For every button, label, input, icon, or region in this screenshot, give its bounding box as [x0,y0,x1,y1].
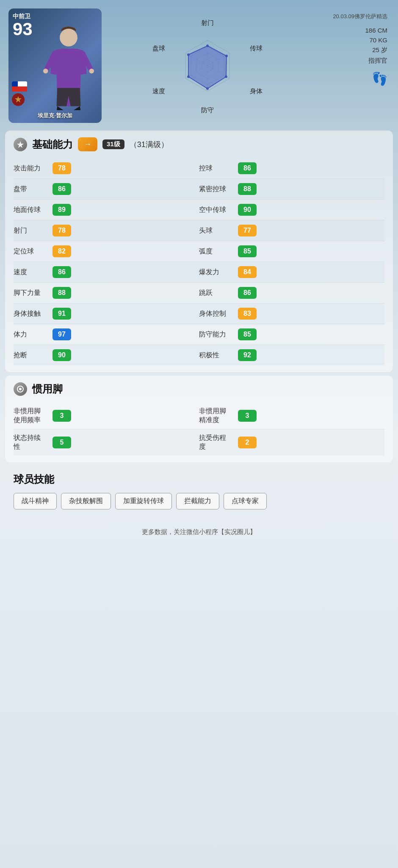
stat-badge-right: 92 [238,349,257,361]
stat-cell-right: 头球 77 [199,225,384,236]
foot-stat-badge-right: 3 [238,410,257,422]
player-card-area: 中前卫 93 [0,0,398,127]
skill-tag: 杂技般解围 [61,493,111,509]
stat-badge-right: 88 [238,183,257,195]
stat-name-left: 体力 [14,330,47,339]
stat-cell-left: 攻击能力 78 [14,162,199,174]
stat-badge-left: 86 [53,183,71,195]
stat-cell-right: 防守能力 85 [199,328,384,340]
stat-cell-right: 空中传球 90 [199,204,384,216]
stat-name-left: 定位球 [14,247,47,256]
svg-point-2 [89,69,94,73]
stat-cell-right: 紧密控球 88 [199,183,384,195]
stat-badge-right: 86 [238,287,257,299]
foot-stats-row: 非惯用脚使用频率 3 非惯用脚精准度 3 [14,403,384,429]
stat-name-left: 盘带 [14,185,47,194]
country-flag [12,81,27,92]
stat-badge-left: 88 [53,287,71,299]
radar-labels: 射门 盘球 传球 速度 身体 防守 [152,19,263,117]
radar-label-top: 射门 [201,19,214,27]
stat-badge-left: 89 [53,204,71,216]
stat-badge-right: 84 [238,266,257,278]
level-text: （31满级） [130,139,169,150]
foot-stats-grid: 非惯用脚使用频率 3 非惯用脚精准度 3 状态持续性 5 抗受伤程度 2 [14,403,384,456]
stat-name-left: 脚下力量 [14,289,47,298]
stat-name-right: 弧度 [199,247,233,256]
preferred-foot-title: 惯用脚 [32,382,63,396]
stat-cell-left: 脚下力量 88 [14,287,199,299]
svg-point-0 [60,29,77,47]
stat-cell-left: 定位球 82 [14,245,199,257]
foot-stats-row: 状态持续性 5 抗受伤程度 2 [14,429,384,456]
base-ability-icon [14,138,27,151]
stat-cell-right: 跳跃 86 [199,287,384,299]
stat-badge-left: 91 [53,308,71,320]
stats-row: 定位球 82 弧度 85 [14,241,384,262]
stat-name-left: 速度 [14,268,47,277]
skill-tag: 战斗精神 [14,493,57,509]
radar-chart [174,32,241,100]
stat-cell-left: 抢断 90 [14,349,199,361]
stats-row: 身体接触 91 身体控制 83 [14,303,384,324]
svg-point-24 [19,388,22,390]
stats-row: 速度 86 爆发力 84 [14,262,384,283]
foot-stat-name-left: 非惯用脚使用频率 [14,407,47,425]
svg-point-17 [225,55,228,57]
stat-name-right: 身体控制 [199,309,233,318]
event-name: 20.03.09佛罗伦萨精选 [315,13,387,20]
player-info-right: 20.03.09佛罗伦萨精选 186 CM 70 KG 25 岁 指挥官 👣 [313,8,390,123]
base-stats-grid: 攻击能力 78 控球 86 盘带 86 紧密控球 88 地面传球 89 空中传球… [14,158,384,365]
stat-badge-left: 82 [53,245,71,257]
stat-name-left: 抢断 [14,351,47,360]
stat-cell-right: 爆发力 84 [199,266,384,278]
stat-cell-right: 控球 86 [199,162,384,174]
foot-stat-cell-right: 非惯用脚精准度 3 [199,407,384,425]
radar-area: 射门 盘球 传球 速度 身体 防守 [106,8,309,123]
skill-tag: 加重旋转传球 [115,493,172,509]
foot-stat-badge-left: 3 [53,410,71,422]
foot-stat-cell-left: 非惯用脚使用频率 3 [14,407,199,425]
svg-marker-15 [188,46,227,89]
player-image-box: 中前卫 93 [8,8,102,123]
svg-point-1 [43,69,48,73]
skills-section: 球员技能 战斗精神杂技般解围加重旋转传球拦截能力点球专家 [5,466,393,516]
ability-arrow-btn[interactable]: → [78,137,97,151]
stat-badge-right: 86 [238,162,257,174]
player-rating: 93 [13,20,33,38]
stat-name-left: 攻击能力 [14,164,47,173]
stat-name-left: 地面传球 [14,206,47,214]
stat-cell-left: 速度 86 [14,266,199,278]
stat-name-left: 射门 [14,226,47,235]
stat-badge-right: 83 [238,308,257,320]
stat-cell-right: 弧度 85 [199,245,384,257]
stat-name-right: 跳跃 [199,289,233,298]
stat-name-left: 身体接触 [14,309,47,318]
stat-name-right: 积极性 [199,351,233,360]
skill-tag: 拦截能力 [176,493,219,509]
foot-stat-name-left: 状态持续性 [14,434,47,451]
stat-name-right: 头球 [199,226,233,235]
preferred-foot-header: 惯用脚 [14,382,384,396]
skills-title: 球员技能 [14,473,384,486]
foot-stat-name-right: 非惯用脚精准度 [199,407,233,425]
foot-stat-name-right: 抗受伤程度 [199,434,233,451]
base-ability-section: 基础能力 → 31级 （31满级） 攻击能力 78 控球 86 盘带 86 紧密… [5,131,393,372]
stat-cell-left: 体力 97 [14,328,199,340]
stat-cell-right: 积极性 92 [199,349,384,361]
stats-row: 地面传球 89 空中传球 90 [14,200,384,220]
player-silhouette [35,25,102,110]
radar-label-bottomright: 身体 [250,87,263,95]
physical-stats: 186 CM 70 KG 25 岁 指挥官 [315,27,387,65]
stat-cell-left: 身体接触 91 [14,308,199,320]
level-badge: 31级 [102,139,124,149]
base-ability-title: 基础能力 [32,138,73,151]
foot-icon: 👣 [315,71,387,86]
stat-badge-left: 97 [53,328,71,340]
skill-tag: 点球专家 [224,493,267,509]
stat-badge-right: 77 [238,225,257,236]
stats-row: 体力 97 防守能力 85 [14,324,384,345]
stat-name-right: 紧密控球 [199,185,233,194]
radar-label-bottomleft: 速度 [152,87,165,95]
base-ability-header: 基础能力 → 31级 （31满级） [14,137,384,151]
player-name: 埃里克·普尔加 [8,112,102,120]
